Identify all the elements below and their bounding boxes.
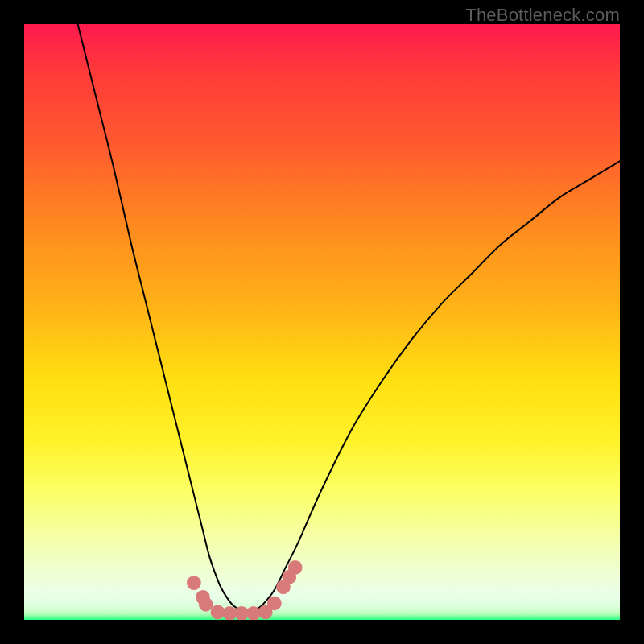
chart-frame: TheBottleneck.com [0,0,644,644]
curve-marker [267,596,282,610]
watermark-text: TheBottleneck.com [465,5,620,26]
curve-svg [24,24,620,620]
curve-marker [187,576,201,590]
bottleneck-curve [78,24,620,613]
plot-area [24,24,620,620]
curve-marker [199,597,213,612]
curve-marker [288,560,303,575]
